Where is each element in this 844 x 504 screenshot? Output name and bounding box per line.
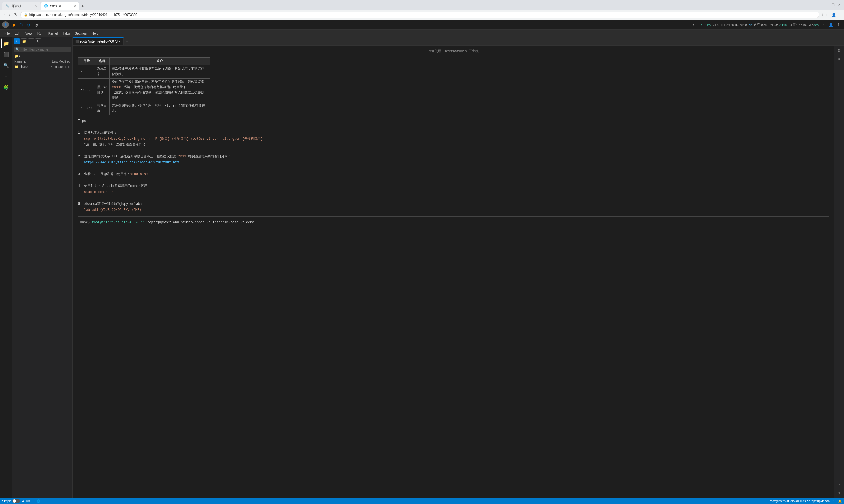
maximize-button[interactable]: ❐ bbox=[830, 2, 836, 8]
activity-terminal[interactable]: ⬛ bbox=[1, 49, 11, 59]
menu-file[interactable]: File bbox=[2, 31, 12, 36]
menu-icon[interactable]: ⋮ bbox=[838, 13, 842, 17]
search-input[interactable] bbox=[21, 48, 69, 51]
right-panel: ⚙ ≡ ▲ ▼ bbox=[834, 46, 844, 498]
num1-value: 4 bbox=[22, 499, 24, 503]
table-header-dir: 目录 bbox=[78, 58, 95, 65]
scroll-down-icon[interactable]: ▼ bbox=[836, 489, 843, 497]
status-num2[interactable]: 0 bbox=[33, 499, 34, 503]
mem-stat: 内存 0.59 / 24 GB 2.44% bbox=[754, 22, 787, 26]
forward-button[interactable]: › bbox=[7, 11, 11, 18]
tab-favicon-1: 🔧 bbox=[5, 4, 9, 8]
browser-tab-1[interactable]: 🔧 开发机 ✕ bbox=[2, 2, 41, 10]
activity-git[interactable]: ⑂ bbox=[1, 71, 11, 81]
vram-stat: 显存 0 / 8182 MiB 0% bbox=[790, 22, 819, 26]
close-button[interactable]: ✕ bbox=[837, 2, 842, 8]
gpu-stat: GPU-1: 10% Nvidia A100 0% bbox=[713, 23, 752, 26]
tab-label-1: 开发机 bbox=[12, 4, 21, 8]
vram-percent: 0% bbox=[814, 23, 819, 26]
menu-run[interactable]: Run bbox=[35, 31, 46, 36]
app-toolbar: 👤 ◑ ⬡ ⟨⟩ ◎ CPU 51.94% GPU-1: 10% Nvidia … bbox=[0, 20, 844, 30]
circle-icon[interactable]: ◎ bbox=[33, 21, 39, 28]
addressbar-extra-icons: ☆ ⬡ 👤 ⋮ bbox=[821, 13, 842, 17]
info-icon[interactable]: ℹ bbox=[835, 21, 842, 28]
desc-cell-2: 您的所有开发共享此目录，不受开发机的启停影响。强烈建议将 conda 环境、代码… bbox=[109, 78, 210, 102]
breadcrumb: 📁 / bbox=[12, 53, 72, 59]
scroll-up-icon[interactable]: ▲ bbox=[836, 480, 843, 488]
num2-value: 0 bbox=[33, 499, 34, 503]
tip-5: 5. 将conda环境一键添加到jupyterlab： lab add {YOU… bbox=[78, 201, 829, 213]
toggle-switch[interactable] bbox=[12, 499, 20, 503]
menu-help[interactable]: Help bbox=[89, 31, 101, 36]
tip-2: 2. 避免因终端关闭或 SSH 连接断开导致任务终止，强烈建议使用 tmix 将… bbox=[78, 154, 829, 165]
menu-kernel[interactable]: Kernel bbox=[46, 31, 60, 36]
dir-cell-2: /root bbox=[78, 78, 95, 102]
toolbar-stats: CPU 51.94% GPU-1: 10% Nvidia A100 0% 内存 … bbox=[693, 22, 819, 26]
user-icon2[interactable]: 👤 bbox=[828, 21, 834, 28]
tab-close-2[interactable]: ✕ bbox=[74, 5, 76, 8]
table-row: /root 用户家目录 您的所有开发共享此目录，不受开发机的启停影响。强烈建议将… bbox=[78, 78, 210, 102]
blue-icon[interactable]: ⬡ bbox=[18, 21, 24, 28]
file-search[interactable]: 🔍 bbox=[14, 47, 71, 52]
terminal-line: (base) root@intern-studio-40073899:/opt/… bbox=[78, 220, 829, 225]
tab-close-1[interactable]: ✕ bbox=[35, 5, 37, 8]
folder-icon-breadcrumb: 📁 bbox=[14, 54, 18, 58]
new-folder-button[interactable]: 📁 bbox=[21, 38, 27, 44]
back-button[interactable]: ‹ bbox=[2, 11, 6, 18]
table-header-name: 名称 bbox=[95, 58, 109, 65]
file-list-header[interactable]: Name ▲ Last Modified bbox=[12, 59, 72, 64]
browser-tab-2[interactable]: 🌐 WebIDE ✕ bbox=[41, 2, 79, 10]
extensions-icon[interactable]: ⬡ bbox=[826, 13, 829, 17]
menu-settings[interactable]: Settings bbox=[72, 31, 89, 36]
simple-label: Simple bbox=[2, 499, 12, 503]
refresh-button[interactable]: ↻ bbox=[13, 11, 19, 19]
new-tab-button[interactable]: + bbox=[79, 3, 86, 10]
menu-view[interactable]: View bbox=[23, 31, 35, 36]
editor-wrapper: —————————————————————— 欢迎使用 InternStudio… bbox=[72, 46, 844, 498]
status-keyboard[interactable]: ⌨ bbox=[26, 499, 31, 503]
tab-label-2: WebIDE bbox=[50, 4, 62, 8]
status-right: root@intern-studio-40073899: /opt/jupyte… bbox=[770, 499, 842, 503]
new-editor-tab-button[interactable]: + bbox=[124, 39, 131, 44]
vscode-icon[interactable]: ⟨⟩ bbox=[25, 21, 32, 28]
breadcrumb-path: / bbox=[19, 54, 20, 58]
right-icon-gear[interactable]: ⚙ bbox=[836, 47, 843, 54]
editor-main[interactable]: —————————————————————— 欢迎使用 InternStudio… bbox=[72, 46, 834, 498]
table-row: /share 共享目录 常用微调数据集、模型仓库、教程、xtuner 配置文件都… bbox=[78, 102, 210, 115]
name-cell-2: 用户家目录 bbox=[95, 78, 109, 102]
minimize-button[interactable]: — bbox=[824, 2, 829, 8]
window-controls: — ❐ ✕ bbox=[824, 2, 842, 8]
status-count[interactable]: 1 bbox=[833, 499, 835, 503]
editor-tab-1[interactable]: ⬛ root@intern-studio-40073 × bbox=[72, 37, 124, 46]
account-icon[interactable]: 👤 bbox=[832, 13, 836, 17]
editor-area: ⬛ root@intern-studio-40073 × + —————————… bbox=[72, 37, 844, 498]
mem-value: 0.59 / 24 GB bbox=[761, 23, 778, 26]
new-file-button[interactable]: + bbox=[14, 38, 20, 44]
status-bell[interactable]: 🔔 bbox=[838, 499, 842, 503]
status-globe[interactable]: 🌐 bbox=[36, 499, 40, 503]
menu-edit[interactable]: Edit bbox=[12, 31, 22, 36]
list-item[interactable]: 📁 share 4 minutes ago bbox=[12, 64, 72, 69]
file-modified: 4 minutes ago bbox=[42, 65, 70, 68]
name-cell-1: 系统目录 bbox=[95, 65, 109, 78]
status-simple[interactable]: Simple bbox=[2, 499, 20, 503]
activity-folder[interactable]: 📁 bbox=[1, 38, 11, 48]
gpu-label: GPU-1: 10% Nvidia A100 bbox=[713, 23, 747, 26]
activity-search[interactable]: 🔍 bbox=[1, 60, 11, 70]
activity-puzzle[interactable]: 🧩 bbox=[1, 82, 11, 92]
tips-header: Tips: bbox=[78, 118, 829, 124]
browser-titlebar: 🔧 开发机 ✕ 🌐 WebIDE ✕ + — ❐ ✕ bbox=[0, 0, 844, 10]
table-header-desc: 简介 bbox=[109, 58, 210, 65]
right-icon-list[interactable]: ≡ bbox=[836, 55, 843, 63]
upload-button[interactable]: ↑ bbox=[28, 38, 34, 44]
menu-tabs[interactable]: Tabs bbox=[61, 31, 72, 36]
refresh-files-button[interactable]: ↻ bbox=[35, 38, 41, 44]
cpu-value: 51.94% bbox=[701, 23, 711, 26]
status-num1[interactable]: 4 bbox=[22, 499, 24, 503]
status-path[interactable]: root@intern-studio-40073899: /opt/jupyte… bbox=[770, 499, 829, 503]
upload-icon[interactable]: ↑ bbox=[820, 21, 826, 28]
bookmark-icon[interactable]: ☆ bbox=[821, 13, 824, 17]
addressbar[interactable]: 🔒 https://studio.intern-ai.org.cn/consol… bbox=[20, 12, 819, 18]
cpu-label: CPU bbox=[693, 23, 700, 26]
orange-icon[interactable]: ◑ bbox=[10, 21, 16, 28]
